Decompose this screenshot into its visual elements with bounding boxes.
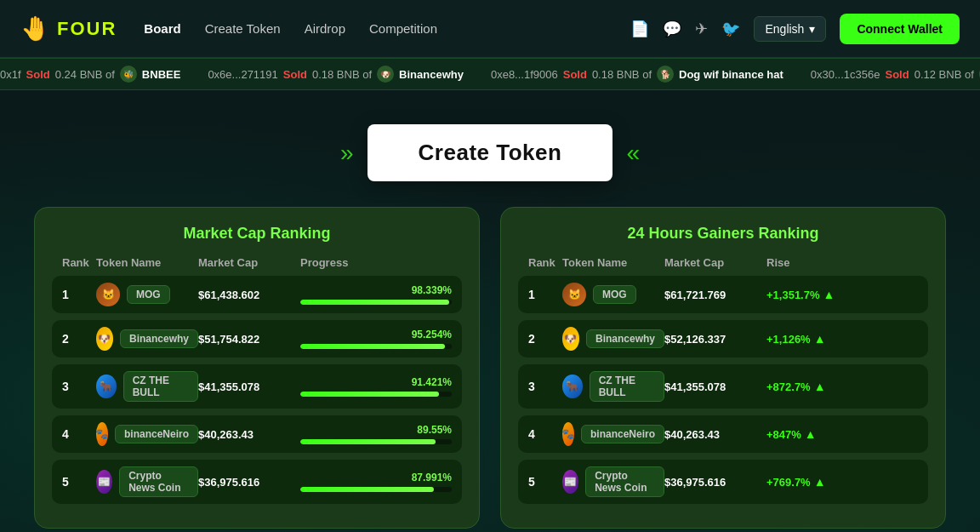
progress-cell: 95.254% — [300, 329, 452, 349]
rank-number: 2 — [62, 332, 96, 346]
table-row[interactable]: 3 🐂 CZ THE BULL $41,355.078 91.421% — [52, 364, 462, 409]
avatar: 🐶 — [562, 327, 579, 351]
ticker-amount: 0.24 BNB of — [55, 68, 115, 81]
market-cap-title: Market Cap Ranking — [52, 225, 462, 243]
ticker-amount: 0.18 BNB of — [592, 68, 652, 81]
progress-bar-bg — [300, 344, 452, 349]
ticker-amount: 0.18 BNB of — [312, 68, 372, 81]
progress-bar-fill — [300, 300, 449, 305]
header-progress: Progress — [300, 256, 452, 269]
header-market-cap: Market Cap — [198, 256, 300, 269]
table-row[interactable]: 1 🐱 MOG $61,721.769 +1,351.7% ▲ — [518, 276, 928, 313]
progress-label: 91.421% — [300, 376, 452, 388]
market-cap-value: $41,355.078 — [198, 380, 300, 393]
rise-value: +1,126% ▲ — [766, 332, 835, 346]
token-name-label: binanceNeiro — [115, 425, 198, 443]
rankings-section: Market Cap Ranking Rank Token Name Marke… — [0, 207, 980, 529]
header-rise: Rise — [766, 256, 835, 269]
rise-text: +1,351.7% — [766, 289, 820, 301]
nav-airdrop[interactable]: Airdrop — [305, 18, 345, 39]
token-info: 🐶 Binancewhy — [562, 327, 664, 351]
arrow-right-decoration: « — [626, 140, 640, 167]
market-cap-header: Rank Token Name Market Cap Progress — [52, 256, 462, 269]
table-row[interactable]: 4 🐾 binanceNeiro $40,263.43 89.55% — [52, 415, 462, 453]
progress-bar-bg — [300, 300, 452, 305]
ticker-item: 0x6e...271191 Sold 0.18 BNB of 🐶 Binance… — [208, 66, 464, 83]
arrow-up-icon: ▲ — [814, 380, 826, 393]
progress-bar-bg — [300, 439, 452, 444]
avatar: 🐂 — [96, 375, 117, 398]
avatar: 🐂 — [562, 375, 583, 398]
navbar: 🤚 FOUR Board Create Token Airdrop Compet… — [0, 0, 980, 58]
progress-label: 95.254% — [300, 329, 452, 340]
avatar: 🐾 — [96, 422, 108, 446]
market-cap-panel: Market Cap Ranking Rank Token Name Marke… — [34, 207, 480, 529]
create-token-section: » Create Token « — [0, 124, 980, 181]
rise-value: +847% ▲ — [766, 427, 835, 441]
rise-text: +1,126% — [766, 333, 811, 346]
logo[interactable]: 🤚 FOUR — [20, 14, 117, 43]
ticker-token: Binancewhy — [399, 68, 464, 81]
table-row[interactable]: 2 🐶 Binancewhy $51,754.822 95.254% — [52, 320, 462, 358]
rise-text: +847% — [766, 428, 801, 441]
avatar: 🐾 — [562, 422, 574, 446]
avatar: 🐱 — [96, 283, 120, 306]
ticker-token: Dog wif binance hat — [679, 68, 783, 81]
rise-value: +769.7% ▲ — [766, 475, 835, 489]
token-info: 🐶 Binancewhy — [96, 327, 198, 351]
rank-number: 4 — [62, 427, 96, 441]
table-row[interactable]: 1 🐱 MOG $61,438.602 98.339% — [52, 276, 462, 313]
progress-cell: 89.55% — [300, 424, 452, 444]
token-icon-bnbee: 🐝 — [120, 66, 137, 83]
telegram-icon[interactable]: ✈ — [695, 20, 708, 38]
ticker-amount: 0.12 BNB of — [914, 68, 974, 81]
doc-icon[interactable]: 📄 — [630, 20, 649, 38]
market-cap-value: $61,721.769 — [664, 289, 766, 301]
twitter-icon[interactable]: 🐦 — [721, 20, 740, 38]
rank-number: 5 — [528, 475, 562, 489]
logo-text: FOUR — [57, 18, 117, 40]
rise-text: +769.7% — [766, 476, 811, 489]
table-row[interactable]: 5 📰 Crypto News Coin $36,975.616 87.991% — [52, 460, 462, 504]
avatar: 🐶 — [96, 327, 113, 351]
token-name-label: Binancewhy — [120, 329, 198, 348]
gainers-title: 24 Hours Gainers Ranking — [518, 225, 928, 243]
rank-number: 4 — [528, 427, 562, 441]
table-row[interactable]: 3 🐂 CZ THE BULL $41,355.078 +872.7% ▲ — [518, 364, 928, 409]
progress-bar-fill — [300, 344, 445, 349]
ticker-item: 0x1f Sold 0.24 BNB of 🐝 BNBEE — [0, 66, 180, 83]
ticker-addr: 0x30...1c356e — [811, 68, 880, 81]
main-content: » Create Token « Market Cap Ranking Rank… — [0, 90, 980, 532]
progress-cell: 91.421% — [300, 376, 452, 397]
market-cap-value: $36,975.616 — [198, 476, 300, 489]
token-info: 📰 Crypto News Coin — [96, 466, 198, 497]
nav-board[interactable]: Board — [144, 18, 180, 39]
token-icon-dogwif: 🐕 — [657, 66, 674, 83]
nav-right: 📄 💬 ✈ 🐦 English ▾ Connect Wallet — [630, 14, 960, 44]
progress-cell: 98.339% — [300, 284, 452, 305]
market-cap-value: $40,263.43 — [664, 428, 766, 441]
nav-create-token[interactable]: Create Token — [205, 18, 281, 39]
token-name-label: CZ THE BULL — [590, 371, 664, 402]
header-market-cap: Market Cap — [664, 256, 766, 269]
token-name-label: Binancewhy — [586, 329, 664, 348]
nav-competition[interactable]: Competition — [369, 18, 437, 39]
discord-icon[interactable]: 💬 — [663, 20, 681, 38]
gainers-panel: 24 Hours Gainers Ranking Rank Token Name… — [500, 207, 946, 529]
ticker-item: 0xe8...1f9006 Sold 0.18 BNB of 🐕 Dog wif… — [491, 66, 783, 83]
table-row[interactable]: 4 🐾 binanceNeiro $40,263.43 +847% ▲ — [518, 415, 928, 453]
connect-wallet-button[interactable]: Connect Wallet — [840, 14, 960, 44]
table-row[interactable]: 2 🐶 Binancewhy $52,126.337 +1,126% ▲ — [518, 320, 928, 358]
progress-bar-bg — [300, 487, 452, 492]
progress-bar-bg — [300, 392, 452, 397]
token-info: 🐂 CZ THE BULL — [96, 371, 198, 402]
nav-links: Board Create Token Airdrop Competition — [144, 18, 630, 39]
language-selector[interactable]: English ▾ — [754, 16, 826, 42]
header-token-name: Token Name — [96, 256, 198, 269]
rank-number: 2 — [528, 332, 562, 346]
progress-bar-fill — [300, 439, 436, 444]
market-cap-value: $41,355.078 — [664, 380, 766, 393]
create-token-button[interactable]: Create Token — [368, 124, 613, 181]
table-row[interactable]: 5 📰 Crypto News Coin $36,975.616 +769.7%… — [518, 460, 928, 504]
logo-hand-icon: 🤚 — [20, 14, 50, 43]
